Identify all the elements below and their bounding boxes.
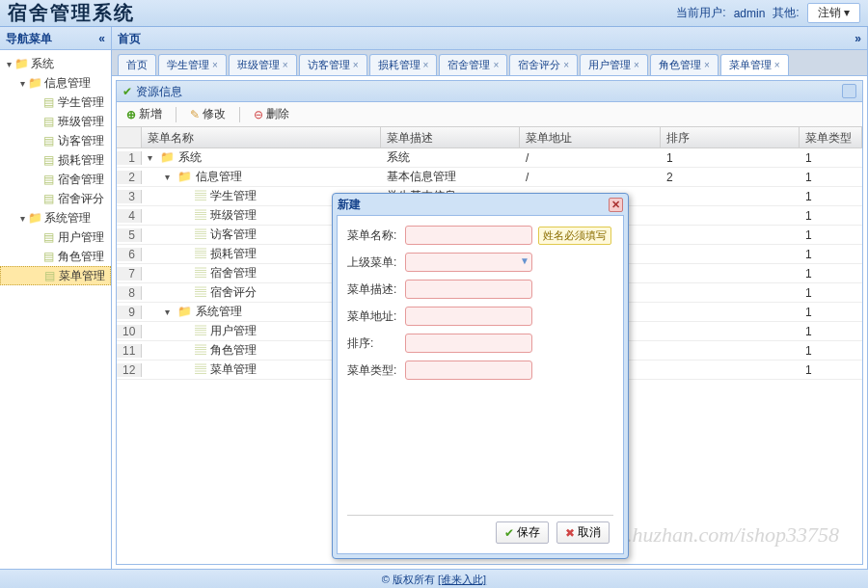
add-icon: ⊕ [126, 108, 136, 121]
edit-button[interactable]: ✎修改 [186, 104, 230, 124]
content-header: 首页 » [112, 27, 867, 50]
file-icon: ▤ [195, 189, 206, 202]
tab-close-icon[interactable]: × [774, 60, 780, 70]
tab-close-icon[interactable]: × [212, 60, 218, 70]
table-row[interactable]: 2▾ 📁 信息管理基本信息管理/21 [117, 168, 862, 187]
tab-close-icon[interactable]: × [563, 60, 569, 70]
input-menu-sort[interactable] [405, 334, 532, 353]
file-icon: ▤ [195, 362, 206, 376]
folder-icon: 📁 [177, 170, 192, 183]
col-desc[interactable]: 菜单描述 [381, 127, 520, 147]
row-number: 3 [117, 190, 142, 203]
tree-label: 角色管理 [56, 249, 104, 265]
input-menu-name[interactable] [405, 226, 532, 245]
row-number: 10 [117, 325, 142, 338]
tree-toggle-icon[interactable]: ▾ [17, 213, 27, 224]
tree-node[interactable]: ▤学生管理 [0, 93, 111, 112]
tab-close-icon[interactable]: × [634, 60, 639, 70]
tab[interactable]: 首页 [118, 54, 156, 75]
table-row[interactable]: 1▾ 📁 系统系统/11 [117, 148, 862, 168]
hint-required: 姓名必须填写 [538, 227, 611, 245]
tree-label: 损耗管理 [56, 152, 104, 169]
row-toggle-icon[interactable]: ▾ [165, 172, 175, 182]
tab[interactable]: 宿舍管理× [439, 54, 507, 75]
tab[interactable]: 用户管理× [580, 54, 648, 75]
tab-label: 学生管理 [167, 58, 209, 72]
tab[interactable]: 宿舍评分× [509, 54, 578, 75]
row-toggle-icon[interactable]: ▾ [148, 152, 157, 163]
col-addr[interactable]: 菜单地址 [520, 127, 661, 147]
dialog-header[interactable]: 新建 ✕ [333, 194, 628, 215]
tree-node[interactable]: ▤宿舍评分 [0, 189, 111, 208]
col-name[interactable]: 菜单名称 [142, 127, 381, 147]
panel-title: 资源信息 [136, 81, 182, 102]
save-button[interactable]: ✔保存 [496, 521, 549, 544]
app-header: 宿舍管理系统 当前用户: admin 其他: 注销 ▾ [0, 0, 868, 27]
file-icon: ▤ [41, 115, 56, 128]
file-icon: ▤ [41, 134, 56, 147]
label-parent: 上级菜单: [347, 254, 405, 271]
tree-node[interactable]: ▾📁系统管理 [0, 208, 111, 227]
tab[interactable]: 菜单管理× [720, 54, 789, 75]
row-number: 12 [117, 363, 142, 377]
cancel-button[interactable]: ✖取消 [556, 521, 610, 544]
tab-close-icon[interactable]: × [423, 60, 429, 70]
label-type: 菜单类型: [347, 362, 405, 379]
tree-node[interactable]: ▤角色管理 [0, 247, 111, 266]
nav-collapse-icon[interactable]: « [98, 27, 105, 50]
file-icon: ▤ [41, 192, 56, 205]
tab[interactable]: 班级管理× [229, 54, 297, 75]
tree-node[interactable]: ▤菜单管理 [0, 266, 111, 285]
input-menu-type[interactable] [405, 361, 532, 380]
tree-toggle-icon[interactable]: ▾ [4, 59, 14, 69]
tab[interactable]: 学生管理× [158, 54, 227, 75]
input-menu-desc[interactable] [405, 280, 532, 299]
tree-node[interactable]: ▾📁信息管理 [0, 73, 111, 93]
tree-label: 菜单管理 [57, 268, 105, 284]
tab-label: 宿舍评分 [518, 58, 560, 72]
row-number: 8 [117, 286, 142, 300]
tree-node[interactable]: ▤访客管理 [0, 131, 111, 150]
tree-node[interactable]: ▤班级管理 [0, 112, 111, 131]
tree-node[interactable]: ▤用户管理 [0, 227, 111, 247]
separator [239, 107, 240, 122]
delete-button[interactable]: ⊖删除 [250, 104, 293, 124]
col-type[interactable]: 菜单类型 [800, 127, 862, 147]
tree-label: 系统管理 [42, 210, 91, 227]
row-number: 5 [117, 228, 142, 242]
current-user: admin [734, 7, 766, 20]
tab-bar: 首页学生管理×班级管理×访客管理×损耗管理×宿舍管理×宿舍评分×用户管理×角色管… [112, 50, 867, 76]
file-icon: ▤ [41, 230, 56, 244]
content-collapse-icon[interactable]: » [854, 27, 861, 49]
row-number: 2 [117, 171, 142, 184]
toolbar: ⊕新增 ✎修改 ⊖删除 [117, 102, 862, 127]
tab-close-icon[interactable]: × [493, 60, 499, 70]
tab-close-icon[interactable]: × [353, 60, 359, 70]
header-right: 当前用户: admin 其他: 注销 ▾ [676, 3, 860, 23]
combo-parent-menu[interactable] [405, 253, 532, 272]
tree-node[interactable]: ▾📁系统 [0, 54, 111, 73]
row-toggle-icon[interactable]: ▾ [165, 307, 175, 317]
panel-collapse-icon[interactable] [842, 84, 856, 98]
tree-label: 信息管理 [42, 75, 91, 92]
close-icon[interactable]: ✕ [609, 198, 623, 212]
row-number: 11 [117, 344, 142, 358]
tree-label: 用户管理 [56, 229, 104, 246]
col-sort[interactable]: 排序 [661, 127, 800, 147]
tree-node[interactable]: ▤损耗管理 [0, 150, 111, 170]
logout-button[interactable]: 注销 ▾ [807, 3, 860, 23]
folder-icon: 📁 [27, 211, 42, 225]
tab-close-icon[interactable]: × [704, 60, 710, 70]
add-button[interactable]: ⊕新增 [122, 104, 166, 124]
tree-node[interactable]: ▤宿舍管理 [0, 170, 111, 189]
tree-toggle-icon[interactable]: ▾ [17, 78, 27, 89]
footer-link[interactable]: [谁来入此] [438, 574, 486, 585]
input-menu-addr[interactable] [405, 307, 532, 326]
grid-header: 菜单名称 菜单描述 菜单地址 排序 菜单类型 [117, 127, 862, 148]
tree-label: 宿舍评分 [56, 191, 104, 207]
tab[interactable]: 损耗管理× [369, 54, 438, 75]
tab-close-icon[interactable]: × [283, 60, 288, 70]
ok-icon: ✔ [504, 526, 514, 540]
tab[interactable]: 访客管理× [299, 54, 367, 75]
tab[interactable]: 角色管理× [650, 54, 719, 75]
